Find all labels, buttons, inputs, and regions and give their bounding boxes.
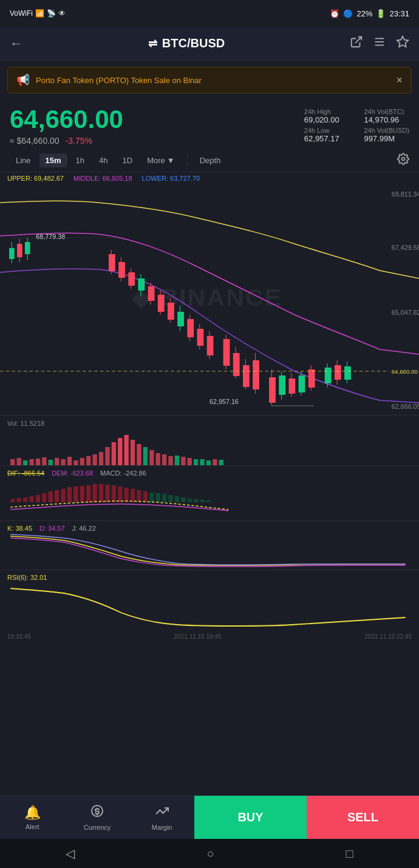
svg-rect-77 xyxy=(61,459,65,465)
bb-middle: MIDDLE: 66,605.18 xyxy=(73,175,132,182)
svg-rect-102 xyxy=(219,460,223,465)
battery-icon: 🔋 xyxy=(376,9,386,18)
alarm-icon: ⏰ xyxy=(330,9,339,18)
svg-rect-132 xyxy=(194,499,198,502)
svg-rect-69 xyxy=(10,459,15,465)
share-icon[interactable] xyxy=(350,35,363,52)
svg-rect-90 xyxy=(143,447,148,465)
svg-rect-125 xyxy=(149,493,154,502)
macd-val: MACD: -242.86 xyxy=(100,469,146,477)
bluetooth-icon: 🔵 xyxy=(343,9,353,18)
buy-button[interactable]: BUY xyxy=(194,796,307,839)
main-price: 64,660.00 xyxy=(10,106,123,133)
svg-rect-120 xyxy=(118,486,122,502)
android-nav-bar: ◁ ○ □ xyxy=(0,839,419,868)
svg-text:62,666.05: 62,666.05 xyxy=(392,404,419,411)
svg-rect-96 xyxy=(181,457,185,465)
back-button[interactable]: ← xyxy=(10,36,23,52)
rsi-section: RSI(6): 32.01 xyxy=(0,570,419,631)
svg-rect-99 xyxy=(200,459,204,465)
eye-icon: 👁 xyxy=(58,9,66,18)
price-change: -3.75% xyxy=(66,136,92,146)
stat-vol-btc-label: 24h Vol(BTC) 14,970.96 xyxy=(364,108,409,124)
depth-button[interactable]: Depth xyxy=(194,153,227,167)
svg-rect-122 xyxy=(131,489,135,502)
svg-rect-74 xyxy=(42,457,46,465)
currency-nav-item[interactable]: Currency xyxy=(65,799,130,836)
svg-rect-131 xyxy=(188,499,192,502)
alert-nav-item[interactable]: 🔔 Alert xyxy=(0,800,65,835)
bottom-nav: 🔔 Alert Currency Margin xyxy=(0,795,419,839)
svg-rect-123 xyxy=(137,490,141,502)
more-button[interactable]: More ▼ xyxy=(141,153,181,167)
macd-section: DIF: -866.54 DEM: -623.68 MACD: -242.86 xyxy=(0,465,419,520)
svg-rect-91 xyxy=(149,450,154,465)
svg-rect-86 xyxy=(118,438,122,465)
svg-rect-121 xyxy=(124,488,129,502)
svg-line-0 xyxy=(355,37,361,43)
svg-rect-20 xyxy=(128,272,135,286)
vowifi-label: VoWiFi xyxy=(10,9,33,18)
android-home-button[interactable]: ○ xyxy=(206,847,214,861)
svg-rect-104 xyxy=(17,498,21,502)
margin-nav-item[interactable]: Margin xyxy=(129,799,194,836)
svg-rect-72 xyxy=(29,459,33,465)
svg-rect-34 xyxy=(197,329,204,346)
macd-dem: DEM: -623.68 xyxy=(52,469,93,477)
volume-label: Vol: 11.5218 xyxy=(7,418,412,429)
banner-close-button[interactable]: × xyxy=(396,74,403,87)
svg-rect-84 xyxy=(105,447,109,465)
svg-rect-42 xyxy=(243,365,250,387)
svg-rect-58 xyxy=(325,368,332,383)
svg-rect-46 xyxy=(269,377,276,403)
1h-button[interactable]: 1h xyxy=(70,153,90,167)
svg-rect-94 xyxy=(168,456,172,465)
svg-rect-113 xyxy=(73,486,78,502)
kdj-k: K: 38.45 xyxy=(7,525,32,532)
svg-point-5 xyxy=(402,158,405,161)
svg-rect-106 xyxy=(29,496,33,502)
bb-lower: LOWER: 63,727.70 xyxy=(142,175,200,182)
svg-rect-88 xyxy=(131,440,135,465)
svg-rect-101 xyxy=(213,459,217,465)
separator xyxy=(187,155,188,167)
android-recent-button[interactable]: □ xyxy=(346,847,353,861)
svg-rect-134 xyxy=(206,500,211,502)
price-stats: 24h High 69,020.00 24h Vol(BTC) 14,970.9… xyxy=(304,106,409,143)
svg-rect-71 xyxy=(23,460,27,465)
svg-rect-60 xyxy=(335,365,341,380)
sell-button[interactable]: SELL xyxy=(307,796,419,839)
bell-icon: 🔔 xyxy=(24,805,41,821)
svg-rect-95 xyxy=(175,456,179,465)
split-icon[interactable] xyxy=(373,35,386,52)
svg-rect-12 xyxy=(25,242,30,254)
svg-rect-73 xyxy=(36,459,40,465)
candlestick-chart: ◆ BINANCE 68,779.38 xyxy=(0,184,419,415)
svg-rect-111 xyxy=(61,489,65,502)
bb-upper: UPPER: 69,482.67 xyxy=(7,175,64,182)
svg-rect-129 xyxy=(175,496,179,502)
android-back-button[interactable]: ◁ xyxy=(66,846,75,861)
stat-low-label: 24h Low 62,957.17 xyxy=(304,127,350,143)
kdj-section: K: 38.45 D: 34.57 J: 46.22 xyxy=(0,520,419,570)
star-icon[interactable] xyxy=(396,35,409,52)
price-section: 64,660.00 ≈ $64,660.00 -3.75% 24h High 6… xyxy=(0,99,419,149)
margin-icon xyxy=(155,804,169,821)
svg-rect-133 xyxy=(200,500,204,502)
svg-rect-32 xyxy=(187,319,194,337)
svg-rect-130 xyxy=(181,497,185,502)
line-button[interactable]: Line xyxy=(10,153,37,167)
macd-labels: DIF: -866.54 DEM: -623.68 MACD: -242.86 xyxy=(7,468,412,478)
4h-button[interactable]: 4h xyxy=(93,153,114,167)
svg-rect-10 xyxy=(17,244,22,257)
currency-icon xyxy=(90,804,104,821)
svg-rect-44 xyxy=(253,360,259,389)
svg-rect-8 xyxy=(9,248,15,259)
1d-button[interactable]: 1D xyxy=(117,153,139,167)
settings-button[interactable] xyxy=(397,153,409,168)
main-chart[interactable]: ◆ BINANCE 68,779.38 xyxy=(0,184,419,415)
wifi-icon: 📡 xyxy=(47,9,56,18)
15m-button[interactable]: 15m xyxy=(39,153,67,167)
svg-rect-40 xyxy=(233,353,240,376)
svg-rect-89 xyxy=(137,444,141,465)
